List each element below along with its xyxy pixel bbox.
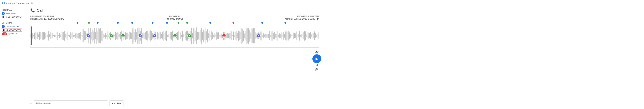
timeline-dot-blue[interactable] [209,22,211,24]
external-phone-highlighted: 📱 +1 905-968-3336 [2,29,22,32]
play-button[interactable]: ▶ [312,54,321,63]
waveform-marker-green[interactable]: A [109,34,114,38]
end-time-section: RECORDING END TIME Monday, July 13, 2020… [285,15,319,20]
internal-contact-row: R Root Admin [2,12,25,15]
score-negative: -52 [2,32,7,35]
score-positive: +100% [8,33,14,35]
breadcrumb-interactions[interactable]: Interactions [2,2,14,5]
section-divider [2,20,25,20]
external-contact-row: U Unionville ON [2,25,25,28]
volume-up-icon[interactable]: 🔊 [315,50,319,54]
external-phone-text: +1 905-968-3336 [6,29,21,31]
waveform-marker-blue[interactable]: A [152,34,157,38]
progress-value: 0m 00s / 3m 01s [166,18,183,20]
volume-down-icon[interactable]: 🔉 [315,67,319,71]
main-layout: INTERNAL R Root Admin 📱 +1 317-939-1081 … [0,6,322,108]
waveform-marker-blue[interactable]: A [138,34,142,38]
waveform-marker-blue[interactable]: A [256,34,260,38]
timeline-dot-blue[interactable] [284,22,286,24]
waveform-track[interactable]: AAAAAAAAA [30,25,319,47]
progress-section: PROGRESS 0m 00s / 3m 01s [166,15,183,20]
external-phone-row: 📱 +1 905-968-3336 [2,29,25,32]
timeline-dot-red[interactable] [232,22,234,24]
end-time-label: RECORDING END TIME [297,15,319,18]
waveform-marker-green[interactable]: A [121,34,125,38]
call-phone-icon: 📞 [30,8,35,13]
start-time-section: RECORDING START TIME Monday, July 13, 20… [30,15,64,20]
recording-bar: RECORDING START TIME Monday, July 13, 20… [27,14,322,21]
external-phone-icon: 📱 [2,29,5,31]
end-time-value: Monday, July 13, 2020 9:12:43 PM [285,18,319,20]
internal-phone-icon: 📱 [2,16,4,18]
waveform-marker-red[interactable]: A [222,34,226,38]
start-time-value: Monday, July 13, 2020 9:09:42 PM [30,18,64,20]
player-controls: 🔊 ▶ x1 🔉 [312,21,322,99]
progress-bar-container[interactable] [30,47,319,49]
external-contact-name[interactable]: Unionville ON [6,25,19,28]
copy-icon[interactable]: ⧉ [31,2,32,5]
waveform-container: AAAAAAAAA 🔊 ▶ x1 🔉 [27,21,322,99]
timeline-dot-blue[interactable] [166,22,168,24]
progress-bar-fill [30,47,45,48]
external-avatar-icon: U [2,25,5,28]
waveform-marker-green[interactable]: A [173,34,177,38]
internal-contact-name[interactable]: Root Admin [6,12,17,15]
internal-section-label: INTERNAL [2,9,25,11]
internal-phone-text: +1 317-939-1081 [5,16,21,18]
score-row: -52 +100% ★ [2,32,25,35]
external-section-label: EXTERNAL [2,22,25,24]
waveform-marker-blue[interactable]: A [86,34,90,38]
timeline-dot-blue[interactable] [152,22,154,24]
progress-label: PROGRESS [169,15,180,18]
internal-avatar-icon: R [2,12,5,15]
top-nav: Interactions / Interaction ⧉ [0,0,322,6]
timeline-dot-blue[interactable] [131,22,133,24]
timeline-dot-blue[interactable] [97,22,98,24]
score-star-icon: ★ [16,32,18,35]
timeline-dot-green[interactable] [178,22,180,24]
playback-speed[interactable]: x1 [316,64,318,67]
breadcrumb-separator: / [16,2,16,5]
breadcrumb-current: Interaction [18,2,29,5]
annotation-pencil-icon: ✏ [30,102,32,105]
playback-position-bar [31,26,32,45]
annotation-bar: ✏ Annotate [27,99,322,108]
timeline-dot-blue[interactable] [261,22,263,24]
timeline-dot-green[interactable] [186,22,188,24]
timeline-dot-blue[interactable] [76,22,78,24]
internal-info-icon[interactable]: ℹ [22,16,22,18]
timeline-dot-green[interactable] [88,22,90,24]
timeline-dots-row [30,21,319,24]
internal-phone-row: 📱 +1 317-939-1081 ℹ [2,16,25,18]
left-panel: INTERNAL R Root Admin 📱 +1 317-939-1081 … [0,6,27,108]
call-title: Call [37,8,43,13]
right-content: 📞 Call RECORDING START TIME Monday, July… [27,6,322,108]
waveform-marker-green[interactable]: A [187,34,192,38]
call-header: 📞 Call [27,6,322,14]
start-time-label: RECORDING START TIME [30,15,64,18]
progress-bar-track[interactable] [30,47,319,48]
annotation-input[interactable] [34,100,108,106]
annotate-button[interactable]: Annotate [109,100,124,106]
timeline-dot-blue[interactable] [117,22,119,24]
